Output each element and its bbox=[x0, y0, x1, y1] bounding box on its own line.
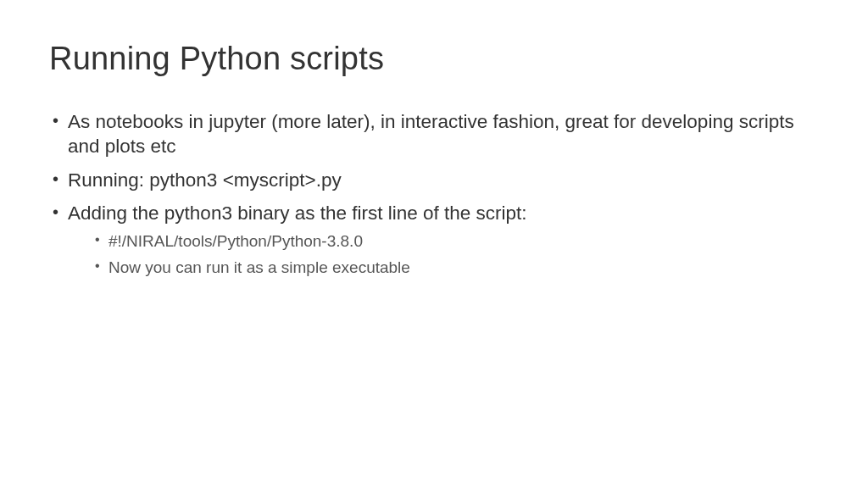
list-item: Running: python3 <myscript>.py bbox=[49, 168, 819, 192]
bullet-text: Adding the python3 binary as the first l… bbox=[68, 202, 527, 224]
list-item: Now you can run it as a simple executabl… bbox=[92, 257, 819, 280]
bullet-text: As notebooks in jupyter (more later), in… bbox=[68, 111, 794, 157]
sub-bullet-list: #!/NIRAL/tools/Python/Python-3.8.0 Now y… bbox=[68, 230, 819, 279]
bullet-text: Running: python3 <myscript>.py bbox=[68, 169, 342, 191]
sub-bullet-text: Now you can run it as a simple executabl… bbox=[108, 258, 410, 276]
slide-title: Running Python scripts bbox=[49, 41, 819, 77]
list-item: As notebooks in jupyter (more later), in… bbox=[49, 109, 819, 159]
list-item: Adding the python3 binary as the first l… bbox=[49, 201, 819, 279]
bullet-list: As notebooks in jupyter (more later), in… bbox=[49, 109, 819, 279]
sub-bullet-text: #!/NIRAL/tools/Python/Python-3.8.0 bbox=[108, 232, 363, 250]
list-item: #!/NIRAL/tools/Python/Python-3.8.0 bbox=[92, 230, 819, 253]
